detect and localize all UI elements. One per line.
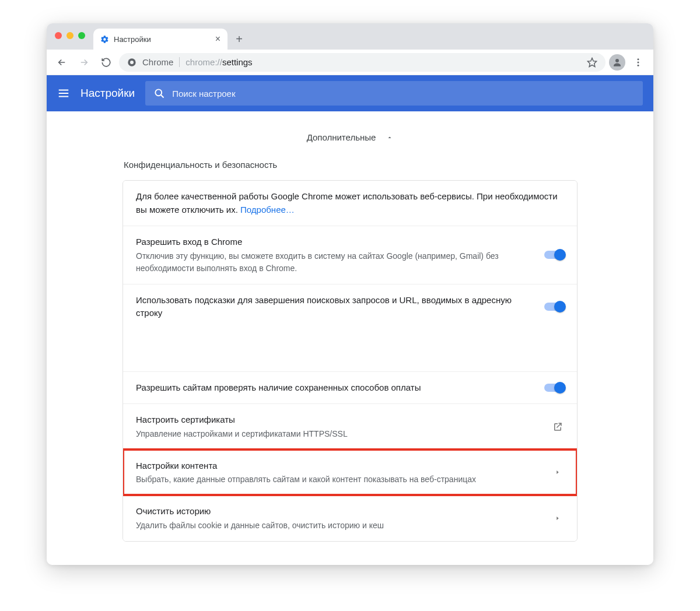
profile-avatar[interactable] bbox=[609, 54, 625, 71]
settings-header: Настройки bbox=[47, 75, 653, 111]
browser-tab[interactable]: Настройки × bbox=[93, 29, 228, 50]
row-payment-check: Разрешить сайтам проверять наличие сохра… bbox=[123, 371, 577, 404]
new-tab-button[interactable]: + bbox=[231, 31, 247, 47]
advanced-label: Дополнительные bbox=[307, 132, 376, 142]
advanced-toggle[interactable]: Дополнительные bbox=[47, 129, 653, 160]
forward-button[interactable] bbox=[75, 53, 93, 72]
chevron-right-icon bbox=[551, 469, 564, 475]
address-bar[interactable]: Chrome chrome://settings bbox=[119, 53, 606, 72]
window-controls bbox=[55, 32, 85, 39]
chevron-right-icon bbox=[551, 515, 564, 521]
row-title: Использовать подсказки для завершения по… bbox=[136, 294, 535, 320]
row-title: Настройки контента bbox=[136, 459, 542, 473]
row-certificates[interactable]: Настроить сертификаты Управление настрой… bbox=[123, 403, 577, 450]
svg-marker-2 bbox=[588, 58, 597, 66]
close-window-button[interactable] bbox=[55, 32, 62, 39]
svg-point-10 bbox=[156, 89, 162, 96]
browser-window: Настройки × + Chrome chrome://settings bbox=[47, 23, 653, 565]
scroll-gap bbox=[123, 333, 578, 371]
intro-text: Для более качественной работы Google Chr… bbox=[136, 190, 564, 216]
learn-more-link[interactable]: Подробнее… bbox=[240, 205, 295, 215]
chrome-badge-icon bbox=[127, 58, 136, 67]
back-button[interactable] bbox=[52, 53, 71, 72]
row-content-settings[interactable]: Настройки контента Выбрать, какие данные… bbox=[123, 450, 577, 496]
gear-icon bbox=[100, 35, 109, 44]
maximize-window-button[interactable] bbox=[78, 32, 85, 39]
browser-toolbar: Chrome chrome://settings bbox=[47, 50, 653, 75]
toggle-allow-signin[interactable] bbox=[544, 251, 564, 259]
minimize-window-button[interactable] bbox=[66, 32, 74, 39]
close-tab-button[interactable]: × bbox=[215, 34, 220, 44]
settings-content: Дополнительные Конфиденциальность и безо… bbox=[47, 111, 653, 565]
svg-point-3 bbox=[615, 59, 619, 62]
row-clear-history[interactable]: Очистить историю Удалить файлы cookie и … bbox=[123, 495, 577, 541]
browser-menu-button[interactable] bbox=[629, 53, 648, 72]
row-subtitle: Отключив эту функцию, вы сможете входить… bbox=[136, 250, 535, 275]
settings-search[interactable] bbox=[145, 81, 643, 106]
intro-row: Для более качественной работы Google Chr… bbox=[123, 181, 577, 226]
row-title: Очистить историю bbox=[136, 505, 542, 518]
external-link-icon bbox=[551, 422, 564, 432]
svg-point-4 bbox=[638, 58, 639, 60]
row-autocomplete: Использовать подсказки для завершения по… bbox=[123, 284, 577, 333]
row-title: Разрешить вход в Chrome bbox=[136, 236, 535, 249]
toggle-payment-check[interactable] bbox=[544, 384, 564, 392]
page-title: Настройки bbox=[80, 87, 135, 100]
omnibox-product-label: Chrome bbox=[142, 57, 180, 67]
row-subtitle: Управление настройками и сертификатами H… bbox=[136, 428, 542, 440]
row-allow-signin: Разрешить вход в Chrome Отключив эту фун… bbox=[123, 226, 577, 284]
toggle-autocomplete[interactable] bbox=[544, 303, 564, 311]
settings-card: Для более качественной работы Google Chr… bbox=[123, 180, 578, 542]
caret-up-icon bbox=[386, 134, 393, 141]
menu-icon[interactable] bbox=[57, 87, 70, 100]
search-icon bbox=[153, 87, 165, 99]
svg-point-5 bbox=[638, 61, 639, 63]
row-subtitle: Выбрать, какие данные отправлять сайтам … bbox=[136, 473, 542, 486]
section-title: Конфиденциальность и безопасность bbox=[123, 160, 578, 170]
row-title: Настроить сертификаты bbox=[136, 413, 542, 427]
svg-point-1 bbox=[130, 61, 134, 64]
privacy-section: Конфиденциальность и безопасность Для бо… bbox=[123, 160, 578, 542]
tab-strip: Настройки × + bbox=[47, 23, 653, 50]
row-subtitle: Удалить файлы cookie и данные сайтов, оч… bbox=[136, 519, 542, 532]
bookmark-star-icon[interactable] bbox=[587, 57, 597, 68]
omnibox-url: chrome://settings bbox=[186, 57, 252, 67]
svg-point-6 bbox=[638, 64, 639, 66]
search-input[interactable] bbox=[172, 89, 635, 99]
row-title: Разрешить сайтам проверять наличие сохра… bbox=[136, 381, 535, 395]
reload-button[interactable] bbox=[97, 53, 116, 72]
svg-line-11 bbox=[161, 95, 164, 98]
tab-title: Настройки bbox=[114, 35, 151, 44]
